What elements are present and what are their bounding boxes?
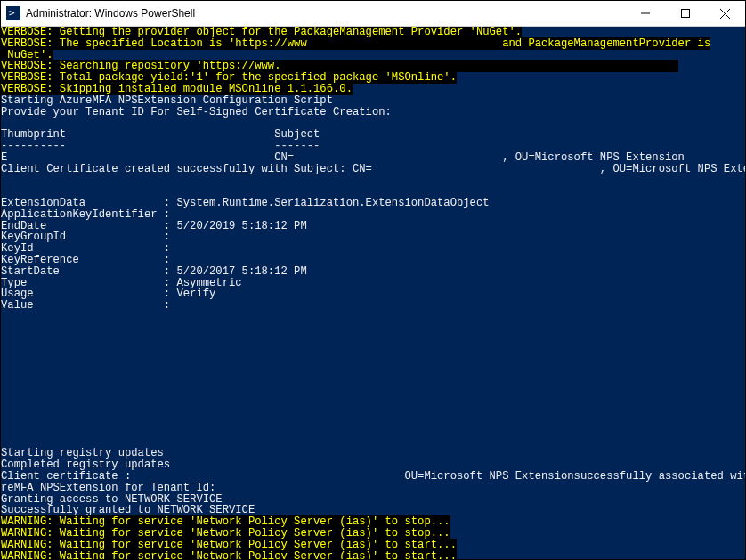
- console-text: Provide your Tenant ID For Self-Signed C…: [1, 106, 392, 118]
- console-line: Provide your Tenant ID For Self-Signed C…: [1, 107, 745, 118]
- console-line: [1, 392, 745, 403]
- console-line: WARNING: Waiting for service 'Network Po…: [1, 528, 745, 540]
- minimize-button[interactable]: [625, 1, 665, 26]
- maximize-icon: [681, 9, 690, 18]
- console-line: [1, 357, 745, 369]
- console-line: [1, 174, 745, 186]
- console-line: WARNING: Waiting for service 'Network Po…: [1, 551, 745, 559]
- console-text: WARNING: Waiting for service 'Network Po…: [1, 527, 450, 540]
- console-line: Value :: [1, 300, 745, 312]
- console-line: [1, 380, 745, 392]
- console-text: WARNING: Waiting for service 'Network Po…: [1, 539, 457, 551]
- console-text: Value :: [1, 299, 170, 312]
- console-line: [1, 402, 745, 414]
- console-line: [1, 414, 745, 426]
- powershell-window: Administrator: Windows PowerShell VERBOS…: [0, 0, 746, 560]
- console-line: WARNING: Waiting for service 'Network Po…: [1, 540, 745, 551]
- console-output[interactable]: VERBOSE: Getting the provider object for…: [1, 27, 745, 559]
- titlebar[interactable]: Administrator: Windows PowerShell: [1, 1, 745, 27]
- console-line: [1, 323, 745, 335]
- console-line: VERBOSE: Getting the provider object for…: [1, 27, 745, 38]
- console-text: WARNING: Waiting for service 'Network Po…: [1, 550, 457, 559]
- window-title: Administrator: Windows PowerShell: [26, 7, 625, 20]
- console-line: [1, 345, 745, 357]
- console-text: Client Certificate created successfully …: [1, 163, 745, 175]
- powershell-icon: [6, 6, 20, 20]
- console-text: VERBOSE: The specified Location is 'http…: [1, 37, 710, 50]
- window-controls: [625, 1, 745, 26]
- minimize-icon: [641, 9, 650, 18]
- console-line: [1, 369, 745, 380]
- console-line: [1, 335, 745, 346]
- close-button[interactable]: [705, 1, 745, 26]
- console-line: VERBOSE: The specified Location is 'http…: [1, 38, 745, 50]
- svg-rect-1: [681, 10, 689, 18]
- console-line: Client Certificate created successfully …: [1, 164, 745, 175]
- maximize-button[interactable]: [665, 1, 705, 26]
- close-icon: [720, 9, 730, 19]
- console-line: [1, 312, 745, 323]
- console-line: [1, 426, 745, 437]
